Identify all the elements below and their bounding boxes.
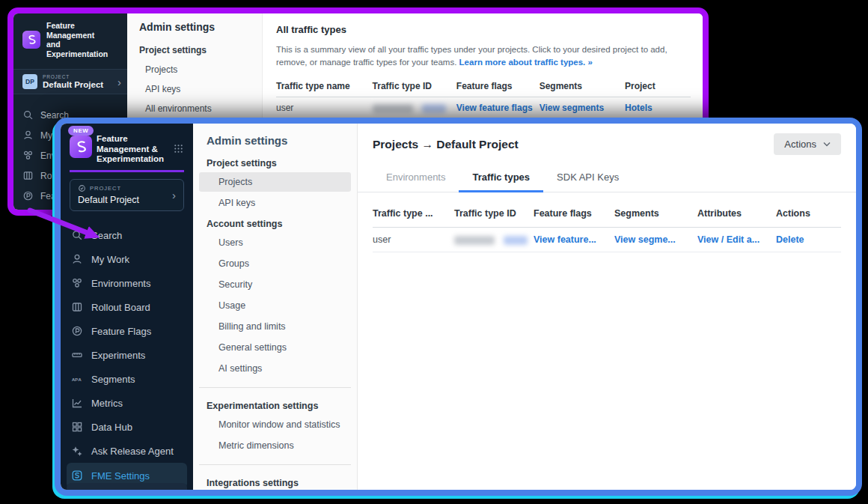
front-sidebar-nav: Search My Work Environments Rollout Boar… bbox=[61, 223, 193, 488]
segments-icon: ᴀᴘᴀ bbox=[71, 373, 83, 385]
svg-text:ᴀᴘᴀ: ᴀᴘᴀ bbox=[72, 377, 82, 382]
sparkles-icon bbox=[71, 445, 83, 457]
section-experimentation-settings: Experimentation settings bbox=[193, 389, 357, 415]
board-icon bbox=[71, 301, 83, 313]
annotation-arrow bbox=[21, 204, 112, 247]
view-segments-link[interactable]: View segments bbox=[540, 103, 604, 113]
tab-environments[interactable]: Environments bbox=[373, 163, 459, 192]
search-icon bbox=[22, 109, 34, 121]
brand-line1: Feature Management bbox=[46, 21, 120, 40]
data-hub-icon bbox=[71, 421, 83, 433]
sidebar-item-rollout-board[interactable]: Rollout Board bbox=[61, 295, 193, 319]
page-description: This is a summary view of all your traff… bbox=[276, 43, 691, 69]
board-icon bbox=[22, 170, 34, 181]
feature-flag-icon bbox=[22, 190, 34, 201]
nav-divider bbox=[199, 387, 351, 388]
view-feature-flags-link[interactable]: View feature flags bbox=[456, 103, 533, 113]
metrics-icon bbox=[71, 397, 83, 409]
admin-settings-title: Admin settings bbox=[127, 21, 262, 33]
experiments-icon bbox=[71, 349, 83, 361]
app-grid-icon[interactable] bbox=[173, 143, 184, 154]
project-tabs: Environments Traffic types SDK API Keys bbox=[358, 163, 856, 192]
brand-line1: Feature bbox=[97, 134, 164, 145]
nav-item-billing-and-limits[interactable]: Billing and limits bbox=[199, 317, 351, 336]
brand-line2: and Experimentation bbox=[46, 40, 120, 58]
nav-item-usage[interactable]: Usage bbox=[199, 296, 351, 315]
table-row: user View feature... View segme... View … bbox=[373, 228, 841, 252]
user-icon bbox=[71, 253, 83, 265]
sidebar-item-feature-flags[interactable]: Feature Flags bbox=[61, 319, 193, 343]
admin-settings-title: Admin settings bbox=[193, 134, 357, 147]
sidebar-item-environments[interactable]: Environments bbox=[61, 271, 193, 295]
brand-line2: Management & bbox=[97, 145, 164, 155]
nav-item-api-keys[interactable]: API keys bbox=[199, 193, 351, 213]
section-project-settings: Project settings bbox=[193, 147, 357, 172]
back-brand: Feature Management and Experimentation bbox=[13, 13, 127, 64]
front-window-default-project: NEW Feature Management & Experimentation bbox=[55, 118, 862, 496]
view-feature-flags-link[interactable]: View feature... bbox=[534, 234, 596, 245]
user-icon bbox=[22, 130, 34, 141]
nav-item-security[interactable]: Security bbox=[199, 275, 351, 294]
chevron-right-icon: › bbox=[117, 76, 121, 88]
project-name: Default Project bbox=[43, 80, 103, 89]
project-label: PROJECT bbox=[43, 74, 103, 79]
tab-sdk-api-keys[interactable]: SDK API Keys bbox=[543, 163, 632, 192]
sidebar-item-data-hub[interactable]: Data Hub bbox=[61, 415, 193, 439]
section-project-settings: Project settings bbox=[127, 33, 262, 60]
section-integrations-settings: Integrations settings bbox=[193, 467, 357, 490]
nav-item-ai-settings[interactable]: AI settings bbox=[199, 359, 351, 378]
nav-item-monitor-window[interactable]: Monitor window and statistics bbox=[199, 415, 351, 434]
learn-more-link[interactable]: Learn more about traffic types. » bbox=[459, 58, 593, 67]
app-logo-icon bbox=[22, 31, 40, 49]
sidebar-item-ask-release-agent[interactable]: Ask Release Agent bbox=[61, 439, 193, 463]
nav-item-general-settings[interactable]: General settings bbox=[199, 338, 351, 357]
front-admin-settings-nav: Admin settings Project settings Projects… bbox=[193, 124, 358, 490]
sidebar-item-experiments[interactable]: Experiments bbox=[61, 343, 193, 367]
sidebar-item-my-work[interactable]: My Work bbox=[61, 247, 193, 271]
project-link[interactable]: Hotels bbox=[625, 103, 652, 113]
sidebar-item-partial bbox=[67, 483, 187, 490]
brand-accent-rule bbox=[70, 170, 184, 172]
nav-item-groups[interactable]: Groups bbox=[199, 254, 351, 273]
environments-icon bbox=[22, 150, 34, 161]
nav-divider bbox=[199, 464, 351, 465]
nav-item-users[interactable]: Users bbox=[199, 233, 351, 252]
app-logo-icon bbox=[70, 136, 92, 158]
section-account-settings: Account settings bbox=[193, 214, 357, 233]
project-icon bbox=[78, 184, 86, 192]
nav-item-api-keys[interactable]: API keys bbox=[127, 79, 260, 99]
front-main-content: Projects → Default Project Actions Envir… bbox=[358, 124, 856, 490]
tab-traffic-types[interactable]: Traffic types bbox=[459, 163, 543, 192]
nav-item-metric-dimensions[interactable]: Metric dimensions bbox=[199, 436, 351, 455]
nav-item-projects[interactable]: Projects bbox=[127, 60, 260, 79]
table-header-row: Traffic type ... Traffic type ID Feature… bbox=[373, 208, 841, 228]
chevron-right-icon: › bbox=[172, 189, 176, 201]
redacted-id bbox=[373, 97, 456, 119]
traffic-types-table: Traffic type ... Traffic type ID Feature… bbox=[373, 208, 841, 252]
front-brand: NEW Feature Management & Experimentation bbox=[61, 124, 193, 170]
nav-item-projects[interactable]: Projects bbox=[199, 172, 351, 192]
actions-button[interactable]: Actions bbox=[774, 133, 841, 155]
project-label: PROJECT bbox=[90, 185, 121, 192]
redacted-id bbox=[454, 228, 534, 252]
page-title: All traffic types bbox=[276, 24, 691, 35]
table-header-row: Traffic type name Traffic type ID Featur… bbox=[276, 75, 691, 97]
view-edit-attributes-link[interactable]: View / Edit a... bbox=[697, 234, 760, 245]
brand-line3: Experimentation bbox=[97, 154, 164, 165]
fme-settings-icon bbox=[71, 470, 83, 482]
environments-icon bbox=[71, 277, 83, 289]
delete-link[interactable]: Delete bbox=[776, 234, 804, 245]
view-segments-link[interactable]: View segme... bbox=[614, 234, 676, 245]
table-row: user View feature flags View segments Ho… bbox=[276, 97, 691, 119]
feature-flag-icon bbox=[71, 325, 83, 337]
nav-item-all-environments[interactable]: All environments bbox=[127, 99, 260, 118]
new-badge: NEW bbox=[68, 126, 94, 136]
project-badge: DP bbox=[22, 74, 37, 89]
sidebar-item-metrics[interactable]: Metrics bbox=[61, 391, 193, 415]
breadcrumb: Projects → Default Project bbox=[373, 138, 519, 151]
sidebar-item-segments[interactable]: ᴀᴘᴀ Segments bbox=[61, 367, 193, 391]
project-switcher[interactable]: DP PROJECT Default Project › bbox=[13, 69, 127, 94]
front-sidebar: NEW Feature Management & Experimentation bbox=[61, 124, 193, 490]
chevron-down-icon bbox=[823, 142, 831, 147]
